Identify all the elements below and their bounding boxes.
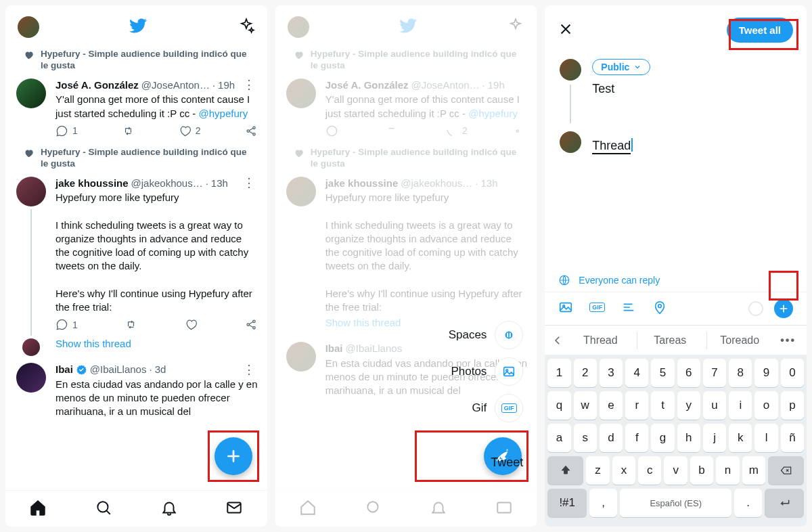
key-7[interactable]: 7 [703,359,726,387]
location-icon[interactable] [652,300,667,317]
speed-dial-spaces[interactable]: Spaces [449,321,524,349]
key-t[interactable]: t [651,391,674,420]
speed-dial-photos[interactable]: Photos [451,357,523,386]
screen-speed-dial: Hypefury - Simple audience building indi… [275,5,537,527]
tweet-more-icon[interactable]: ⋮ [240,367,258,373]
reply-button[interactable]: 1 [55,125,78,137]
profile-avatar[interactable] [18,16,39,38]
key-d[interactable]: d [600,424,623,452]
key-5[interactable]: 5 [651,359,674,387]
tweet[interactable]: José A. González @JoseAnton… · 19h ⋮ Y'a… [5,73,267,143]
key-u[interactable]: u [703,391,726,420]
author-name[interactable]: Ibai [55,363,73,376]
key-y[interactable]: y [677,391,700,420]
key-6[interactable]: 6 [677,359,700,387]
retweet-button[interactable] [125,318,137,331]
tweet-more-icon[interactable]: ⋮ [240,82,258,88]
key-j[interactable]: j [703,424,726,452]
key-x[interactable]: x [612,456,635,485]
key-s[interactable]: s [574,424,597,452]
reply-button[interactable]: 1 [55,318,78,331]
key-o[interactable]: o [754,391,777,420]
key-1[interactable]: 1 [547,359,570,387]
key-e[interactable]: e [600,391,623,420]
tweet-more-icon[interactable]: ⋮ [240,180,258,186]
like-button[interactable] [185,318,198,331]
key-c[interactable]: c [638,456,661,485]
compose-text-1[interactable]: Test [592,82,793,96]
key-f[interactable]: f [625,424,648,452]
spaces-icon [495,321,523,349]
tweet-all-button[interactable]: Tweet all [727,18,793,43]
key-q[interactable]: q [547,391,570,420]
gif-icon[interactable]: GIF [589,300,605,317]
audience-selector[interactable]: Public [592,59,650,75]
more-icon[interactable]: ••• [776,334,800,347]
compose-text-2[interactable]: Thread [592,138,793,153]
nav-messages-icon[interactable] [225,499,243,519]
backspace-key[interactable] [768,456,804,485]
key-3[interactable]: 3 [600,359,623,387]
author-avatar[interactable] [16,79,46,108]
key-r[interactable]: r [625,391,648,420]
speed-dial-gif[interactable]: Gif GIF [472,394,524,422]
nav-search-icon[interactable] [95,499,112,519]
author-handle[interactable]: @JoseAnton… [141,79,210,92]
tweet[interactable]: jake khoussine @jakeokhous… · 13h ⋮ Hype… [5,171,267,358]
author-handle[interactable]: @IbaiLlanos [90,363,147,376]
suggestion[interactable]: Toreado [706,332,772,349]
nav-home-icon[interactable] [29,499,47,519]
comma-key[interactable]: , [589,489,617,517]
key-i[interactable]: i [729,391,752,420]
key-h[interactable]: h [677,424,700,452]
nav-notifications-icon[interactable] [160,499,178,519]
svg-rect-11 [497,502,511,512]
enter-key[interactable] [765,489,804,517]
share-button[interactable] [245,318,258,331]
suggestion[interactable]: Thread [568,332,633,349]
compose-fab[interactable] [215,437,252,475]
key-0[interactable]: 0 [781,359,804,387]
close-icon[interactable] [558,22,573,39]
retweet-button[interactable] [122,125,135,137]
key-2[interactable]: 2 [574,359,597,387]
key-g[interactable]: g [651,424,674,452]
share-button[interactable] [245,125,258,137]
key-p[interactable]: p [781,391,804,420]
author-avatar[interactable] [16,177,46,206]
key-a[interactable]: a [547,424,570,452]
period-key[interactable]: . [734,489,762,517]
add-thread-button[interactable] [774,299,793,318]
key-ñ[interactable]: ñ [781,424,804,452]
key-b[interactable]: b [690,456,713,485]
sparkle-icon[interactable] [238,17,255,37]
speed-dial-tweet[interactable]: Tweet [491,456,523,470]
tweet[interactable]: Ibai @IbaiLlanos · 3d ⋮ En esta ciudad v… [5,357,267,420]
key-m[interactable]: m [742,456,765,485]
svg-rect-16 [560,303,572,312]
space-key[interactable]: Español (ES) [620,489,731,517]
shift-key[interactable] [547,456,583,485]
image-icon[interactable] [558,300,573,317]
author-name[interactable]: jake khoussine [55,177,129,190]
key-v[interactable]: v [664,456,687,485]
key-4[interactable]: 4 [625,359,648,387]
symbols-key[interactable]: !#1 [547,489,587,517]
show-thread-link[interactable]: Show this thread [55,335,258,356]
author-name[interactable]: José A. González [55,79,139,92]
key-8[interactable]: 8 [729,359,752,387]
key-9[interactable]: 9 [754,359,777,387]
reply-scope[interactable]: Everyone can reply [545,265,807,292]
like-button[interactable]: 2 [179,125,201,137]
author-handle[interactable]: @jakeokhous… [131,177,203,190]
key-k[interactable]: k [729,424,752,452]
key-z[interactable]: z [586,456,609,485]
author-avatar[interactable] [16,363,46,393]
chevron-left-icon[interactable] [551,334,564,347]
poll-icon[interactable] [621,300,636,317]
author-avatar[interactable] [22,338,40,356]
key-n[interactable]: n [716,456,739,485]
suggestion[interactable]: Tareas [637,332,702,349]
key-w[interactable]: w [574,391,597,420]
key-l[interactable]: l [754,424,777,452]
